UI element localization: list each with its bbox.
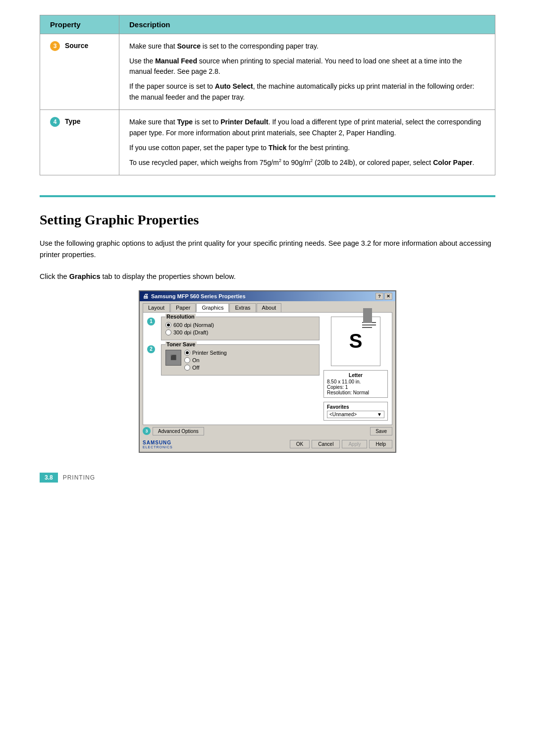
info-box: Letter 8.50 x 11.00 in. Copies: 1 Resolu…: [323, 370, 388, 398]
graphics-tab-text: Click the Graphics tab to display the pr…: [40, 271, 495, 282]
preview-line-3: [362, 327, 372, 328]
preview-s-letter: S: [349, 330, 363, 352]
cancel-button[interactable]: Cancel: [312, 440, 340, 448]
toner-save-box: Toner Save ⬛ Printer Setting: [161, 344, 320, 376]
toner-num-badge: 2: [147, 345, 155, 353]
prop-desc-type: Make sure that Type is set to Printer De…: [119, 110, 495, 175]
preview-box: S: [331, 317, 380, 366]
resolution-num-badge: 1: [147, 318, 155, 325]
radio-300dpi-dot[interactable]: [165, 329, 171, 335]
radio-printer-setting[interactable]: Printer Setting: [184, 350, 227, 356]
radio-300dpi-label: 300 dpi (Draft): [173, 329, 208, 335]
radio-on[interactable]: On: [184, 357, 227, 363]
dialog-title: Samsung MFP 560 Series Properties: [151, 293, 246, 299]
prop-name-source: 3 Source: [40, 34, 119, 110]
resolution-section: 1 Resolution 600 dpi (Normal) 300 dpi (D…: [147, 317, 320, 340]
col-property: Property: [40, 15, 119, 34]
property-table: Property Description 3 Source Make sure …: [40, 15, 495, 175]
chevron-down-icon: ▼: [377, 412, 382, 417]
info-size: 8.50 x 11.00 in.: [327, 379, 384, 384]
toner-icon: ⬛: [165, 350, 181, 366]
dialog-footer: 3 Advanced Options Save: [140, 425, 395, 437]
resolution-options: 600 dpi (Normal) 300 dpi (Draft): [165, 322, 315, 335]
dialog-right-panel: S Letter 8.50 x 11.00 in. Copies: 1 Reso…: [323, 317, 388, 421]
radio-off-dot[interactable]: [184, 365, 190, 371]
dialog-body: 1 Resolution 600 dpi (Normal) 300 dpi (D…: [143, 312, 392, 425]
radio-off[interactable]: Off: [184, 365, 227, 371]
help-button[interactable]: Help: [369, 440, 392, 448]
advanced-options-button[interactable]: Advanced Options: [153, 427, 204, 435]
apply-button[interactable]: Apply: [342, 440, 367, 448]
tab-extras[interactable]: Extras: [229, 303, 256, 312]
ok-button[interactable]: OK: [290, 440, 310, 448]
info-copies: Copies: 1: [327, 384, 384, 390]
radio-600dpi[interactable]: 600 dpi (Normal): [165, 322, 315, 328]
favorites-box: Favorites <Unnamed> ▼: [323, 402, 388, 421]
favorites-label: Favorites: [327, 404, 384, 410]
resolution-label: Resolution: [165, 314, 196, 320]
dialog-bottom-bar: SAMSUNG ELECTRONICS OK Cancel Apply Help: [140, 437, 395, 452]
info-resolution: Resolution: Normal: [327, 390, 384, 395]
section-heading: Setting Graphic Properties: [40, 212, 495, 228]
samsung-sub: ELECTRONICS: [143, 445, 173, 449]
preview-bar: [363, 308, 372, 323]
page-footer: 3.8 Printing: [40, 473, 495, 483]
preview-line-2: [362, 324, 376, 325]
radio-300dpi[interactable]: 300 dpi (Draft): [165, 329, 315, 335]
favorites-value: <Unnamed>: [329, 412, 357, 417]
preview-lines: [362, 322, 376, 328]
prop-name-type: 4 Type: [40, 110, 119, 175]
radio-off-label: Off: [192, 365, 199, 371]
table-row-type: 4 Type Make sure that Type is set to Pri…: [40, 110, 495, 175]
tab-layout[interactable]: Layout: [143, 303, 170, 312]
radio-on-dot[interactable]: [184, 357, 190, 363]
section-divider: [40, 195, 495, 197]
tab-graphics[interactable]: Graphics: [196, 303, 229, 312]
dialog-window: 🖨 Samsung MFP 560 Series Properties ? ✕ …: [139, 290, 396, 453]
dialog-wrapper: 🖨 Samsung MFP 560 Series Properties ? ✕ …: [40, 290, 495, 453]
close-button[interactable]: ✕: [384, 293, 392, 300]
advanced-num-badge: 3: [143, 427, 151, 435]
printer-icon: 🖨: [143, 293, 149, 300]
num-badge-type: 4: [50, 117, 60, 127]
radio-printer-setting-dot[interactable]: [184, 350, 190, 356]
samsung-logo: SAMSUNG: [143, 440, 171, 445]
radio-printer-setting-label: Printer Setting: [192, 350, 227, 356]
toner-save-label: Toner Save: [165, 341, 197, 347]
toner-save-section: 2 Toner Save ⬛ Printer Setting: [147, 344, 320, 376]
advanced-options-section: 3 Advanced Options: [143, 427, 367, 435]
dialog-left-panel: 1 Resolution 600 dpi (Normal) 300 dpi (D…: [147, 317, 320, 421]
dialog-titlebar: 🖨 Samsung MFP 560 Series Properties ? ✕: [140, 291, 395, 301]
toner-save-inner: ⬛ Printer Setting On: [165, 350, 315, 372]
page-label: Printing: [63, 474, 95, 481]
resolution-box: Resolution 600 dpi (Normal) 300 dpi (Dra…: [161, 317, 320, 340]
dialog-tabs: Layout Paper Graphics Extras About: [140, 301, 395, 312]
titlebar-buttons: ? ✕: [375, 293, 392, 300]
info-letter: Letter: [327, 373, 384, 378]
col-description: Description: [119, 15, 495, 34]
titlebar-left: 🖨 Samsung MFP 560 Series Properties: [143, 293, 246, 300]
tab-about[interactable]: About: [257, 303, 282, 312]
page-number: 3.8: [40, 473, 58, 483]
radio-on-label: On: [192, 357, 200, 363]
favorites-select[interactable]: <Unnamed> ▼: [327, 411, 384, 418]
toner-radios: Printer Setting On Off: [184, 350, 227, 372]
intro-text: Use the following graphic options to adj…: [40, 238, 495, 261]
table-row-source: 3 Source Make sure that Source is set to…: [40, 34, 495, 110]
minimize-button[interactable]: ?: [375, 293, 383, 300]
samsung-logo-area: SAMSUNG ELECTRONICS: [143, 439, 173, 449]
save-button[interactable]: Save: [370, 427, 392, 435]
radio-600dpi-label: 600 dpi (Normal): [173, 322, 214, 328]
tab-paper[interactable]: Paper: [170, 303, 196, 312]
prop-desc-source: Make sure that Source is set to the corr…: [119, 34, 495, 110]
num-badge-source: 3: [50, 41, 60, 51]
radio-600dpi-dot[interactable]: [165, 322, 171, 328]
